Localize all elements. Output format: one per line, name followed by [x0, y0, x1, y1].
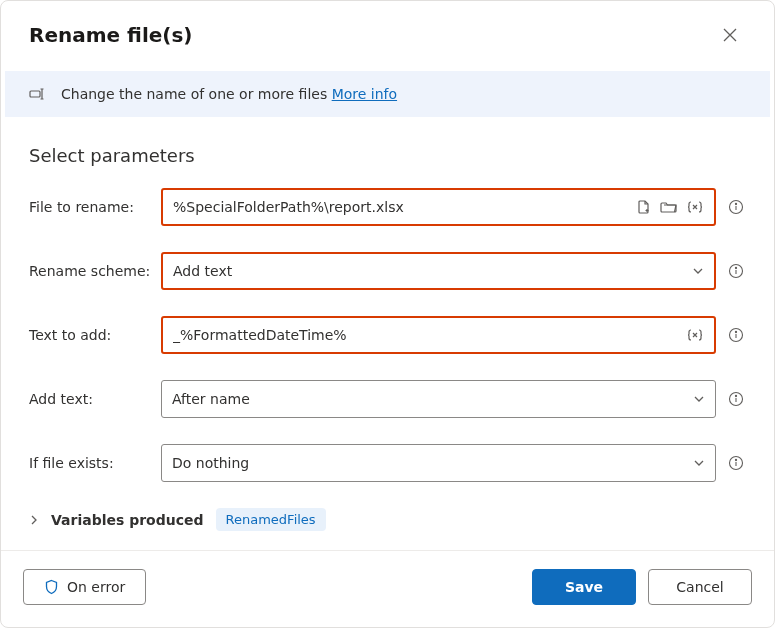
- label-rename-scheme: Rename scheme:: [29, 263, 151, 279]
- chevron-down-icon: [693, 393, 705, 405]
- info-banner: Change the name of one or more files Mor…: [5, 71, 770, 117]
- svg-point-10: [735, 459, 736, 460]
- input-wrap-textadd: [161, 316, 716, 354]
- svg-point-8: [735, 395, 736, 396]
- more-info-link[interactable]: More info: [332, 86, 397, 102]
- chevron-down-icon: [692, 265, 704, 277]
- folder-picker-icon[interactable]: [660, 199, 678, 215]
- svg-point-6: [735, 331, 736, 332]
- info-textadd[interactable]: [726, 325, 746, 345]
- dialog-header: Rename file(s): [1, 1, 774, 61]
- row-rename-scheme: Rename scheme: Add text: [29, 252, 746, 290]
- label-file-to-rename: File to rename:: [29, 199, 151, 215]
- info-addpos[interactable]: [726, 389, 746, 409]
- cancel-button[interactable]: Cancel: [648, 569, 752, 605]
- variables-produced-label: Variables produced: [51, 512, 204, 528]
- variables-produced-row[interactable]: Variables produced RenamedFiles: [29, 508, 746, 531]
- rename-action-icon: [29, 85, 47, 103]
- info-scheme[interactable]: [726, 261, 746, 281]
- label-text-to-add: Text to add:: [29, 327, 151, 343]
- label-if-file-exists: If file exists:: [29, 455, 151, 471]
- row-file-to-rename: File to rename:: [29, 188, 746, 226]
- dialog-footer: On error Save Cancel: [1, 550, 774, 627]
- dialog-body: Select parameters File to rename:: [1, 121, 774, 550]
- row-if-file-exists: If file exists: Do nothing: [29, 444, 746, 482]
- section-title: Select parameters: [29, 145, 746, 166]
- row-add-text-pos: Add text: After name: [29, 380, 746, 418]
- banner-text: Change the name of one or more files Mor…: [61, 86, 397, 102]
- file-picker-icon[interactable]: [636, 199, 652, 215]
- text-to-add-input[interactable]: [173, 327, 686, 343]
- variable-chip[interactable]: RenamedFiles: [216, 508, 326, 531]
- save-button[interactable]: Save: [532, 569, 636, 605]
- dialog-rename-files: Rename file(s) Change the name of one or…: [0, 0, 775, 628]
- dialog-title: Rename file(s): [29, 23, 193, 47]
- chevron-right-icon: [29, 515, 39, 525]
- svg-point-4: [735, 267, 736, 268]
- add-text-pos-select[interactable]: After name: [161, 380, 716, 418]
- file-to-rename-input[interactable]: [173, 199, 636, 215]
- on-error-button[interactable]: On error: [23, 569, 146, 605]
- chevron-down-icon: [693, 457, 705, 469]
- info-file[interactable]: [726, 197, 746, 217]
- input-wrap-file: [161, 188, 716, 226]
- variable-picker-icon[interactable]: [686, 199, 704, 215]
- shield-icon: [44, 579, 59, 595]
- close-button[interactable]: [714, 19, 746, 51]
- label-add-text-pos: Add text:: [29, 391, 151, 407]
- variable-picker-icon[interactable]: [686, 327, 704, 343]
- row-text-to-add: Text to add:: [29, 316, 746, 354]
- svg-rect-0: [30, 91, 40, 97]
- info-exists[interactable]: [726, 453, 746, 473]
- svg-point-2: [735, 203, 736, 204]
- if-file-exists-select[interactable]: Do nothing: [161, 444, 716, 482]
- rename-scheme-select[interactable]: Add text: [161, 252, 716, 290]
- close-icon: [723, 28, 737, 42]
